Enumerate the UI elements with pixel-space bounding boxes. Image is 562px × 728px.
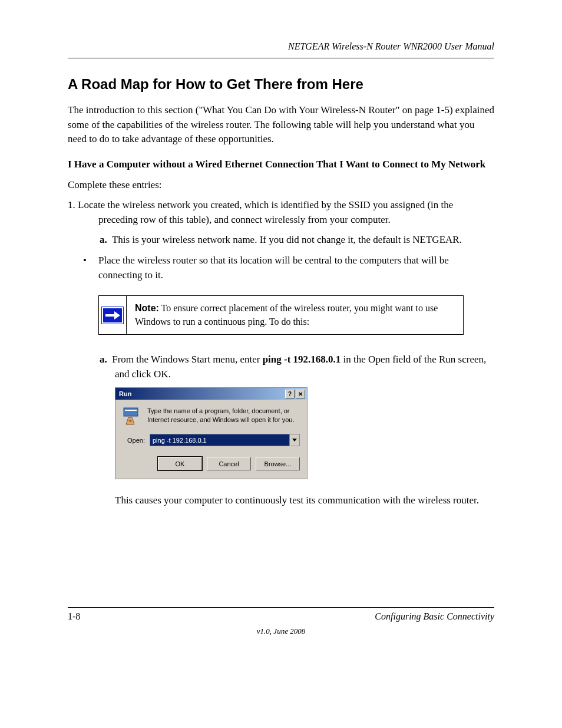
note-body: To ensure correct placement of the wirel… [135,303,438,326]
note-label: Note: [135,303,159,313]
ping-step: a. From the Windows Start menu, enter pi… [68,353,494,381]
page-footer: 1-8 Configuring Basic Connectivity v1.0,… [68,607,494,636]
cancel-button[interactable]: Cancel [207,457,251,470]
ping-step-label: a. [100,354,107,365]
after-dialog-text: This causes your computer to continuousl… [68,493,494,508]
chevron-down-icon [292,439,297,442]
task-instruction: Complete these entries: [68,178,494,193]
header-manual-title: NETGEAR Wireless-N Router WNR2000 User M… [68,41,494,52]
note-box: Note: To ensure correct placement of the… [98,295,464,335]
combo-dropdown-button[interactable] [289,434,299,446]
step-1a: a. This is your wireless network name. I… [68,233,494,248]
footer-rule [68,607,494,608]
placement-bullet: Place the wireless router so that its lo… [68,253,494,282]
run-description: Type the name of a program, folder, docu… [147,407,300,426]
close-button[interactable]: ✕ [296,390,305,398]
run-title: Run [119,390,284,397]
browse-button[interactable]: Browse... [256,457,300,470]
ok-button[interactable]: OK [158,457,202,470]
section-title: A Road Map for How to Get There from Her… [68,76,494,93]
task-heading: I Have a Computer without a Wired Ethern… [68,157,494,172]
help-button[interactable]: ? [285,390,295,398]
page-number: 1-8 [68,611,80,622]
footer-version: v1.0, June 2008 [68,627,494,636]
run-icon [123,407,141,426]
run-dialog: Run ? ✕ Type the name of a program, fold… [115,387,308,479]
note-text: Note: To ensure correct placement of the… [127,296,463,334]
footer-section: Configuring Basic Connectivity [375,611,494,622]
open-input[interactable] [150,434,289,446]
ping-command: ping -t 192.168.0.1 [263,354,341,365]
open-combobox[interactable] [150,434,300,446]
svg-rect-2 [124,408,138,416]
step-1: 1. Locate the wireless network you creat… [68,198,494,227]
step-1a-text: This is your wireless network name. If y… [112,234,462,245]
ping-step-pre: From the Windows Start menu, enter [112,354,262,365]
svg-rect-3 [125,410,137,411]
open-label: Open: [123,437,145,444]
header-rule [68,58,494,58]
run-titlebar: Run ? ✕ [115,388,307,400]
arrow-note-icon [101,307,124,324]
task-heading-text: I Have a Computer without a Wired Ethern… [68,159,485,170]
note-icon-cell [99,296,127,334]
intro-paragraph: The introduction to this section ("What … [68,103,494,147]
step-1a-label: a. [100,234,107,245]
